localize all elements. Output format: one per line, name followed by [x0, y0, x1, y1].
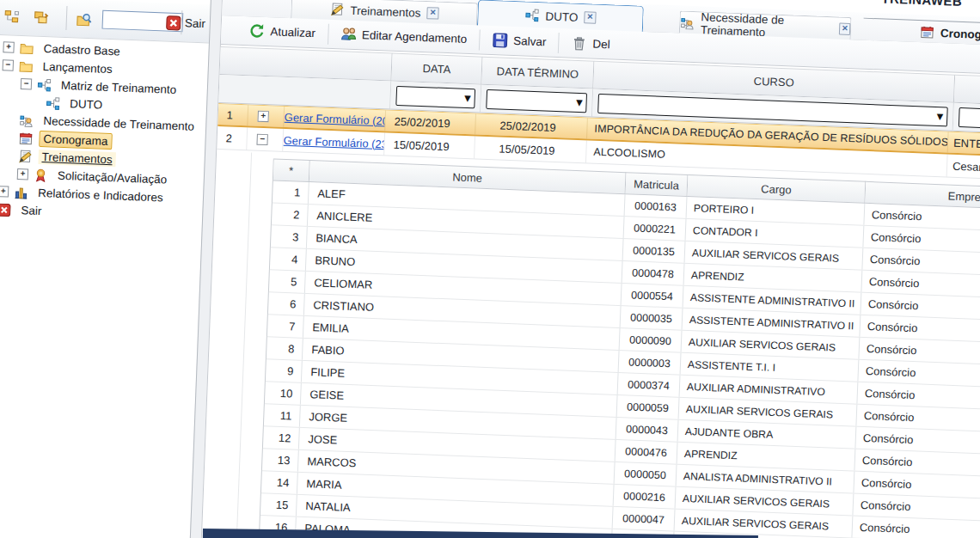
sidebar-item-label: Cronograma	[39, 131, 113, 150]
sidebar-item-label: Sair	[17, 203, 46, 218]
toolbar-button-label: Salvar	[513, 34, 547, 48]
matrix-icon	[37, 77, 52, 92]
participant-number: 11	[264, 404, 301, 427]
participant-number: 13	[262, 449, 299, 472]
participant-matricula: 0000003	[619, 351, 682, 375]
filter-extra-cell	[953, 103, 980, 137]
participant-number: 2	[272, 203, 309, 226]
grid-column-line	[232, 152, 252, 538]
participant-matricula: 0000478	[622, 261, 685, 285]
calendar-icon	[18, 131, 34, 145]
participant-number: 3	[271, 225, 308, 248]
tab-label: Treinamentos	[350, 3, 421, 19]
tree-search-button[interactable]	[76, 8, 91, 29]
instrutor-cell: ENTE	[948, 132, 980, 158]
participant-number: 9	[266, 359, 303, 382]
tab-label: DUTO	[545, 9, 579, 23]
participants-header-star: *	[273, 158, 310, 182]
participants-table: *NomeMatriculaCargoEmpresa1ALEF0000163PO…	[258, 158, 980, 538]
matrix-user-icon	[19, 113, 34, 128]
atualizar-button[interactable]: Atualizar	[245, 22, 319, 41]
schedule-cell: Gerar Formulário (20)	[284, 107, 386, 131]
data-cell: 15/05/2019	[384, 132, 475, 158]
toolbar-button-label: Atualizar	[270, 25, 315, 40]
sidebar-sair-button[interactable]: Sair	[165, 11, 205, 34]
instrutor-cell: Cesar	[947, 155, 980, 182]
doc-pencil-icon	[329, 3, 345, 17]
refresh-icon	[248, 22, 266, 40]
participant-number: 4	[270, 248, 307, 271]
sidebar-item-label: Cadastro Base	[40, 41, 124, 59]
grid-header-data-termino[interactable]: DATA TÉRMINO	[481, 57, 594, 89]
tab-close-icon[interactable]: ✕	[426, 7, 439, 20]
toolbar-button-label: Del	[592, 38, 610, 52]
filter-termino-dropdown[interactable]	[486, 89, 587, 112]
main-area: Treinamentos✕DUTO✕Necessidade de Treinam…	[197, 0, 980, 538]
tree-expander[interactable]: +	[3, 41, 14, 52]
salvar-button[interactable]: Salvar	[488, 32, 550, 51]
x-red-icon	[0, 203, 12, 217]
participant-matricula: 0000090	[620, 328, 683, 352]
toolbar-separator	[328, 23, 329, 44]
participant-matricula: 0000035	[621, 306, 683, 330]
row-expander[interactable]: −	[256, 133, 267, 144]
participant-matricula: 0000047	[613, 507, 676, 531]
participant-matricula: 0000163	[625, 194, 688, 218]
participant-number: 7	[267, 315, 304, 338]
screen: Sair +Cadastro Base−Lançamentos−Matriz d…	[0, 0, 980, 538]
tree-expander[interactable]: +	[0, 186, 9, 197]
search-folder-icon	[77, 11, 92, 26]
participant-matricula: 0000374	[618, 373, 681, 397]
tree-expand-icon	[34, 10, 49, 25]
toolbar-button-label: Editar Agendamento	[362, 28, 468, 46]
grid-header-data[interactable]: DATA	[391, 53, 482, 85]
tree-expand-button[interactable]	[34, 7, 49, 28]
tree-expander[interactable]: −	[21, 78, 32, 89]
participants-header-matricula[interactable]: Matricula	[626, 172, 689, 197]
participant-matricula: 0000221	[624, 217, 687, 241]
participant-matricula: 0000050	[615, 462, 677, 486]
filter-termino-cell	[481, 85, 593, 118]
tree-collapse-icon	[4, 9, 20, 23]
filter-data-cell	[390, 82, 481, 113]
trash-icon	[571, 35, 588, 52]
row-number: 2	[217, 126, 248, 150]
tree-expander[interactable]: −	[3, 59, 14, 70]
toolbar-separator	[65, 6, 67, 30]
filter-extra-dropdown[interactable]	[959, 107, 980, 131]
curso-cell: ALCOOLISMO	[593, 146, 665, 161]
participant-matricula: 0000476	[616, 440, 678, 464]
toolbar-separator	[558, 33, 560, 53]
editar-agendamento-button[interactable]: Editar Agendamento	[337, 26, 471, 47]
folder-icon	[18, 58, 34, 73]
tab-close-icon[interactable]: ✕	[839, 23, 850, 35]
participant-matricula: 0000043	[616, 418, 679, 442]
matrix-icon	[46, 96, 61, 111]
sidebar: Sair +Cadastro Base−Lançamentos−Matriz d…	[0, 0, 212, 538]
participant-number: 15	[260, 493, 297, 517]
schedule-cell: −	[247, 127, 284, 151]
del-button[interactable]: Del	[567, 34, 614, 52]
participant-matricula: 0000554	[622, 284, 684, 308]
award-icon	[34, 168, 49, 182]
row-expander[interactable]: +	[257, 110, 268, 121]
matrix-user-icon	[680, 15, 695, 30]
gerar-formulario-link[interactable]: Gerar Formulário (23)	[283, 133, 385, 150]
tree-expander[interactable]: +	[17, 168, 28, 180]
participant-matricula: 0000059	[617, 395, 680, 419]
participant-number: 5	[269, 270, 306, 293]
participant-number: 6	[268, 292, 305, 315]
tree-collapse-button[interactable]	[4, 5, 20, 27]
participant-number: 10	[265, 382, 302, 405]
app-logo: TREINAWEB	[881, 0, 962, 9]
tab-close-icon[interactable]: ✕	[584, 11, 597, 24]
schedule-cell: +	[248, 105, 285, 127]
tab-cronograma-label: Cronograma	[940, 27, 980, 42]
filter-data-dropdown[interactable]	[395, 85, 475, 108]
calendar-icon	[920, 25, 935, 40]
data-cell: 25/02/2019	[385, 110, 476, 134]
users-icon	[340, 26, 358, 43]
toolbar-separator	[479, 29, 481, 50]
gerar-formulario-link[interactable]: Gerar Formulário (20)	[284, 110, 386, 127]
doc-pencil-icon	[17, 149, 33, 163]
